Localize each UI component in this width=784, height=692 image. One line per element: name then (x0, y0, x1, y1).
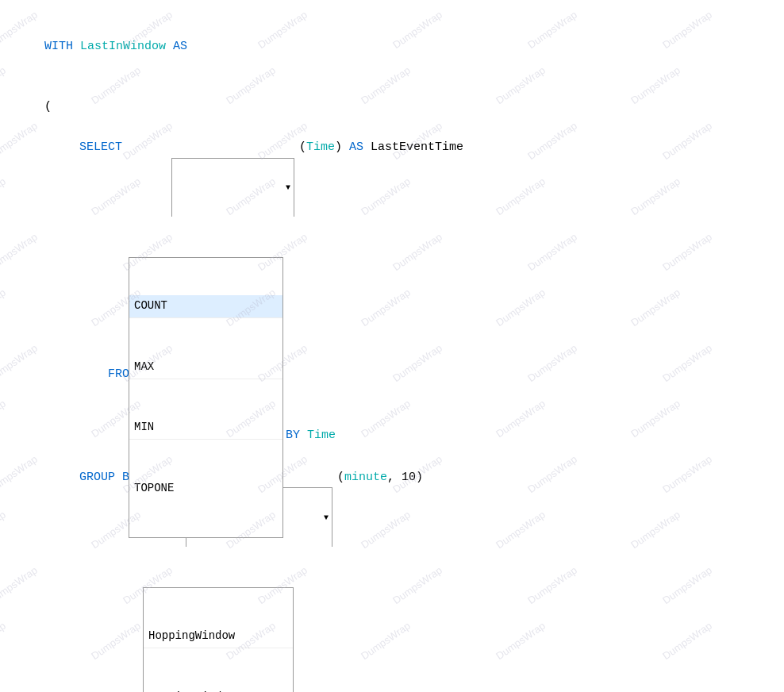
dropdown-item-min[interactable]: MIN (129, 417, 282, 440)
code-editor: WITH LastInWindow AS ( SELECT ▼ COUNT MA… (16, 16, 768, 692)
dropdown-aggregate[interactable]: ▼ COUNT MAX MIN TOPONE (129, 137, 294, 257)
keyword-with: WITH (44, 40, 73, 53)
dropdown-window-list: HoppingWindow SessionWindow SlidingWindo… (143, 587, 294, 692)
keyword-select-1: SELECT (79, 137, 122, 158)
dropdown-arrow-1: ▼ (286, 181, 290, 194)
code-minute: minute (344, 467, 387, 488)
code-minute-paren: ( (337, 467, 344, 488)
keyword-lastinwindow: LastInWindow (73, 40, 166, 53)
code-line-2: ( (16, 77, 768, 138)
dropdown-item-count[interactable]: COUNT (129, 295, 282, 318)
dropdown-item-session[interactable]: SessionWindow (144, 686, 293, 692)
code-as-label: ) (335, 137, 342, 158)
dropdown-aggregate-list: COUNT MAX MIN TOPONE (129, 257, 283, 538)
dropdown-aggregate-btn[interactable]: ▼ (171, 158, 294, 217)
code-time-as: ( (299, 137, 306, 158)
code-time: Time (306, 137, 335, 158)
code-lasteventtime: LastEventTime (363, 137, 463, 158)
dropdown-arrow-2: ▼ (324, 511, 329, 525)
keyword-as-2: AS (342, 137, 363, 158)
dropdown-item-hopping[interactable]: HoppingWindow (144, 625, 293, 648)
dropdown-item-topone[interactable]: TOPONE (129, 478, 282, 500)
code-line-3: SELECT ▼ COUNT MAX MIN TOPONE (Time) AS … (16, 137, 768, 257)
code-time-2: Time (300, 429, 336, 442)
dropdown-item-max[interactable]: MAX (129, 356, 282, 379)
code-comma-10: , 10) (387, 467, 423, 488)
paren-open: ( (44, 100, 52, 113)
code-line-7: ) (16, 671, 768, 692)
code-line-1: WITH LastInWindow AS (16, 16, 768, 77)
keyword-as: AS (166, 40, 187, 53)
